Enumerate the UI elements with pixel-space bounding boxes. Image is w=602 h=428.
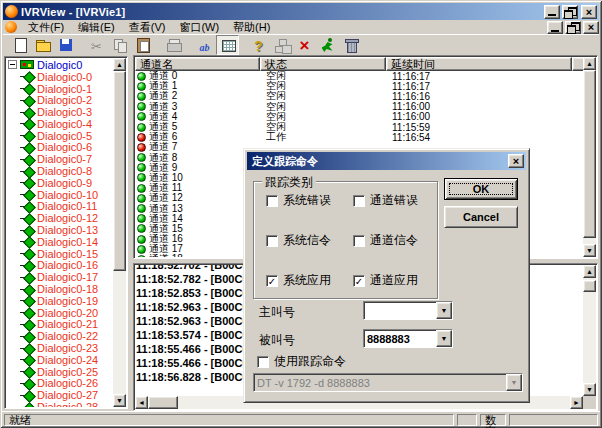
tree-item[interactable]: Dialogic0-14 (6, 236, 113, 248)
tree-item[interactable]: Dialogic0-25 (6, 366, 113, 378)
dropdown-icon[interactable]: ▼ (436, 330, 452, 347)
toolbar-button[interactable] (339, 35, 362, 55)
scroll-up-icon[interactable]: ▲ (113, 58, 126, 71)
child-minimize-button[interactable] (547, 21, 563, 34)
tree-vertical-scrollbar[interactable]: ▲ ▼ (113, 58, 126, 407)
tree-item[interactable]: Dialogic0-15 (6, 248, 113, 260)
scroll-up-icon[interactable]: ▲ (583, 265, 596, 278)
dropdown-icon[interactable]: ▼ (436, 302, 452, 319)
checkbox-row[interactable]: 系统错误 (266, 194, 331, 207)
tree-item[interactable]: Dialogic0-20 (6, 307, 113, 319)
toolbar-button[interactable] (31, 35, 54, 55)
column-header-status[interactable]: 状态 (260, 57, 386, 71)
checkbox[interactable]: ✓ (266, 275, 278, 287)
toolbar-button[interactable] (316, 35, 339, 55)
toolbar-button[interactable] (247, 35, 270, 55)
tree-item[interactable]: Dialogic0-11 (6, 201, 113, 213)
tree-root-item[interactable]: Dialogic0 (6, 59, 113, 71)
scrollbar-thumb[interactable] (583, 280, 596, 292)
tree-item[interactable]: Dialogic0-12 (6, 212, 113, 224)
tree-item[interactable]: Dialogic0-27 (6, 389, 113, 401)
log-vertical-scrollbar[interactable]: ▲ ▼ (583, 265, 596, 396)
use-trace-command-checkbox-row[interactable]: 使用跟踪命令 (257, 355, 346, 368)
tree-item[interactable]: Dialogic0-7 (6, 153, 113, 165)
toolbar-button[interactable] (8, 35, 31, 55)
tree-item[interactable]: Dialogic0-28 (6, 401, 113, 407)
scroll-down-icon[interactable]: ▼ (583, 383, 596, 396)
toolbar-button[interactable] (108, 35, 131, 55)
checkbox-row[interactable]: 通道信令 (353, 234, 418, 247)
scroll-right-icon[interactable]: ► (570, 396, 583, 409)
scrollbar-thumb[interactable] (113, 71, 126, 271)
toolbar-button[interactable] (293, 35, 316, 55)
toolbar-button[interactable] (193, 35, 216, 55)
dialog-close-button[interactable]: × (508, 154, 524, 168)
ok-button[interactable]: OK (444, 178, 518, 200)
checkbox[interactable] (266, 235, 278, 247)
tree-item[interactable]: Dialogic0-19 (6, 295, 113, 307)
toolbar-button[interactable] (162, 35, 185, 55)
menu-item[interactable]: 编辑(E) (71, 20, 122, 34)
tree-item[interactable]: Dialogic0-26 (6, 378, 113, 390)
tree-item[interactable]: Dialogic0-9 (6, 177, 113, 189)
called-number-combobox[interactable]: 8888883 ▼ (363, 329, 453, 348)
scroll-up-icon[interactable]: ▲ (583, 57, 596, 70)
scrollbar-thumb[interactable] (148, 396, 178, 409)
tree-item[interactable]: Dialogic0-13 (6, 224, 113, 236)
toolbar-button[interactable] (270, 35, 293, 55)
toolbar-button[interactable] (216, 35, 239, 55)
minimize-button[interactable] (544, 5, 560, 19)
close-button[interactable]: × (581, 5, 597, 19)
checkbox-row[interactable]: ✓ 通道应用 (353, 274, 418, 287)
checkbox[interactable] (353, 235, 365, 247)
checkbox[interactable] (266, 195, 278, 207)
list-vertical-scrollbar[interactable]: ▲ ▼ (583, 57, 596, 257)
checkbox-row[interactable]: 通道错误 (353, 194, 418, 207)
tree-item[interactable]: Dialogic0-5 (6, 130, 113, 142)
tree-item[interactable]: Dialogic0-23 (6, 342, 113, 354)
child-restore-button[interactable] (565, 21, 581, 34)
status-cap-panel (457, 414, 477, 426)
column-header-name[interactable]: 通道名 (135, 57, 260, 71)
tree-item[interactable]: Dialogic0-17 (6, 271, 113, 283)
scrollbar-thumb[interactable] (583, 70, 596, 238)
tree-item[interactable]: Dialogic0-18 (6, 283, 113, 295)
checkbox-label: 通道错误 (370, 192, 418, 209)
checkbox[interactable] (353, 195, 365, 207)
checkbox-row[interactable]: 系统信令 (266, 234, 331, 247)
tree-item[interactable]: Dialogic0-8 (6, 165, 113, 177)
tree-item[interactable]: Dialogic0-16 (6, 260, 113, 272)
tree-item[interactable]: Dialogic0-1 (6, 83, 113, 95)
scroll-down-icon[interactable]: ▼ (113, 394, 126, 407)
use-trace-command-checkbox[interactable] (257, 356, 269, 368)
menu-item[interactable]: 帮助(H) (226, 20, 277, 34)
scroll-down-icon[interactable]: ▼ (583, 244, 596, 257)
child-close-button[interactable]: × (583, 21, 599, 34)
menu-item[interactable]: 窗口(W) (172, 20, 226, 34)
channel-device-icon (20, 332, 34, 341)
column-header-time[interactable]: 延续时间 (386, 57, 572, 71)
toolbar-button[interactable] (131, 35, 154, 55)
toolbar-button[interactable] (54, 35, 77, 55)
tree-item[interactable]: Dialogic0-10 (6, 189, 113, 201)
tree-item[interactable]: Dialogic0-6 (6, 142, 113, 154)
channel-device-icon (20, 379, 34, 388)
restore-button[interactable] (562, 5, 578, 19)
menu-item[interactable]: 查看(V) (122, 20, 173, 34)
tree-item[interactable]: Dialogic0-0 (6, 71, 113, 83)
tree-item[interactable]: Dialogic0-21 (6, 319, 113, 331)
scroll-left-icon[interactable]: ◄ (135, 396, 148, 409)
tree-item[interactable]: Dialogic0-3 (6, 106, 113, 118)
new-icon (12, 37, 28, 53)
calling-number-combobox[interactable]: ▼ (363, 301, 453, 320)
toolbar-button[interactable] (85, 35, 108, 55)
tree-item[interactable]: Dialogic0-22 (6, 330, 113, 342)
tree-item[interactable]: Dialogic0-4 (6, 118, 113, 130)
checkbox[interactable]: ✓ (353, 275, 365, 287)
collapse-icon[interactable] (8, 60, 17, 69)
cancel-button[interactable]: Cancel (444, 206, 518, 228)
tree-item[interactable]: Dialogic0-2 (6, 94, 113, 106)
menu-item[interactable]: 文件(F) (21, 20, 71, 34)
tree-item[interactable]: Dialogic0-24 (6, 354, 113, 366)
checkbox-row[interactable]: ✓ 系统应用 (266, 274, 331, 287)
